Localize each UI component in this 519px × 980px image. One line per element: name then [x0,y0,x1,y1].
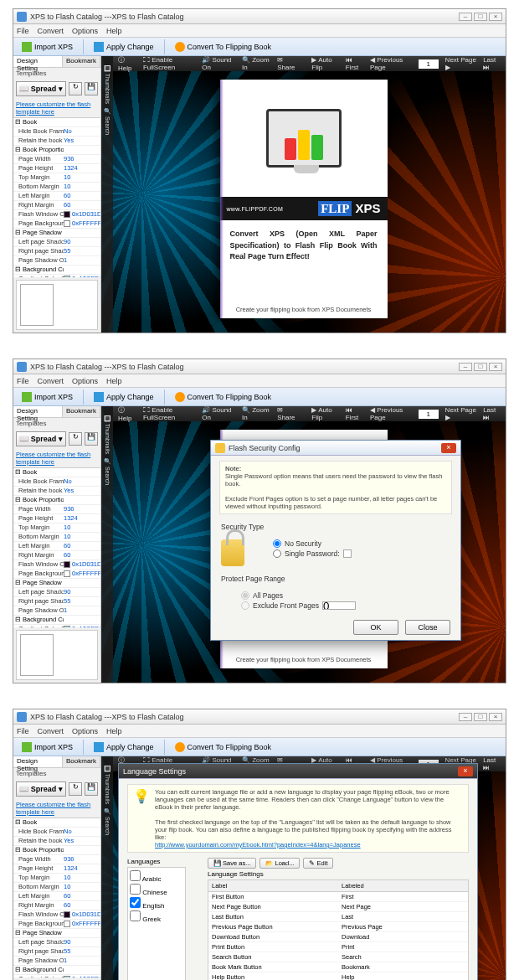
prop-row[interactable]: Page Background Color0xFFFFFF [13,920,100,929]
prop-row[interactable]: Page Shadow Opacity1 [13,256,100,266]
property-list[interactable]: ⊟ BookHide Book Frame BarNoRetain the bo… [13,467,100,627]
lang-row[interactable]: Next Page ButtonNext Page [208,902,468,912]
page-input[interactable] [419,410,439,419]
thumbnails-tab[interactable]: 🔳 Thumbnails [104,415,110,454]
tab-design-setting[interactable]: Design Setting [13,756,63,767]
menu-file[interactable]: File [17,27,29,35]
prop-row[interactable]: Right Margin60 [13,551,100,560]
prop-row[interactable]: Gradient Color A0xA3CFD1 [13,625,100,627]
prop-row[interactable]: Page Width936 [13,855,100,864]
prop-row[interactable]: Bottom Margin10 [13,533,100,542]
radio-no-security[interactable]: No Security [273,539,450,548]
prop-row[interactable]: Retain the book to centerYes [13,837,100,846]
prop-row[interactable]: Page Width936 [13,155,100,164]
prop-row[interactable]: Bottom Margin10 [13,883,100,892]
prop-group[interactable]: ⊟ Background Config [13,966,64,974]
menu-options[interactable]: Options [72,727,98,735]
menu-convert[interactable]: Convert [38,727,64,735]
tab-design-setting[interactable]: Design Setting [13,56,63,67]
prop-row[interactable]: Right page Shadow55 [13,247,100,256]
prev-button[interactable]: ◀ Previous Page [370,406,412,421]
prop-row[interactable]: Flash Window Color0x1D031D [13,910,100,920]
prop-row[interactable]: Right page Shadow55 [13,597,100,606]
exclude-pages-input[interactable] [322,601,356,610]
prop-row[interactable]: Gradient Color A0xA3CFD1 [13,975,100,977]
template-save-button[interactable]: 💾 [85,82,98,95]
template-refresh-button[interactable]: ↻ [69,82,82,95]
prop-row[interactable]: Left page Shadow90 [13,938,100,947]
share-button[interactable]: ✉ Share [277,406,298,421]
save-as-button[interactable]: 💾 Save as... [208,858,256,869]
next-button[interactable]: Next Page ▶ [445,406,477,421]
sound-button[interactable]: 🔊 Sound On [202,406,235,421]
template-save-button[interactable]: 💾 [85,432,98,446]
prop-row[interactable]: Top Margin10 [13,173,100,183]
edit-button[interactable]: ✎ Edit [303,858,333,869]
sound-button[interactable]: 🔊 Sound On [202,56,235,71]
close-button[interactable]: × [489,13,502,21]
prop-row[interactable]: Left page Shadow90 [13,238,100,247]
fullscreen-button[interactable]: ⛶ Enable FullScreen [143,56,195,71]
import-xps-button[interactable]: Import XPS [17,390,78,404]
lang-row[interactable]: First ButtonFirst [208,892,468,902]
menu-options[interactable]: Options [72,377,98,385]
prop-row[interactable]: Bottom Margin10 [13,183,100,192]
next-button[interactable]: Next Page ▶ [445,56,477,71]
password-input[interactable] [343,549,352,558]
first-button[interactable]: ⏮ First [346,406,363,421]
lang-option-arabic[interactable]: Arabic [130,870,183,883]
prop-row[interactable]: Page Height1324 [13,864,100,874]
language-list[interactable]: Arabic Chinese English Greek [127,867,186,980]
customize-link[interactable]: Please customize the flash template here [13,99,100,117]
prop-group[interactable]: ⊟ Page Shadow [13,579,64,587]
property-list[interactable]: ⊟ BookHide Book Frame BarNoRetain the bo… [13,117,100,277]
radio-all-pages[interactable]: All Pages [241,591,450,600]
menu-file[interactable]: File [17,377,29,385]
prop-row[interactable]: Left Margin60 [13,892,100,901]
apply-change-button[interactable]: Apply Change [89,740,159,754]
lang-option-greek[interactable]: Greek [130,910,183,923]
search-tab[interactable]: 🔍 Search [104,457,110,485]
menu-help[interactable]: Help [106,727,122,735]
prop-row[interactable]: Retain the book to centerYes [13,487,100,496]
lang-option-english[interactable]: English [130,897,183,910]
maximize-button[interactable]: □ [474,13,487,21]
menu-options[interactable]: Options [72,27,98,35]
prop-row[interactable]: Right Margin60 [13,901,100,910]
prop-row[interactable]: Left page Shadow90 [13,588,100,597]
last-button[interactable]: Last ⏭ [483,756,501,771]
template-refresh-button[interactable]: ↻ [69,432,82,446]
close-button-dialog[interactable]: Close [405,620,450,635]
page-input[interactable] [419,59,439,69]
tab-bookmark[interactable]: Bookmark [63,56,100,67]
zoom-button[interactable]: 🔍 Zoom In [242,406,270,421]
lang-row[interactable]: Search ButtonSearch [208,952,468,962]
close-button[interactable]: × [489,713,502,721]
convert-button[interactable]: Convert To Flipping Book [170,390,276,404]
lang-row[interactable]: Last ButtonLast [208,912,468,922]
search-tab[interactable]: 🔍 Search [104,107,110,135]
lang-row[interactable]: Book Mark ButtonBookmark [208,962,468,972]
template-refresh-button[interactable]: ↻ [69,782,82,796]
minimize-button[interactable]: – [459,13,472,21]
prop-group[interactable]: ⊟ Book [13,118,64,126]
ok-button[interactable]: OK [353,620,398,635]
autoflip-button[interactable]: ▶ Auto Flip [311,56,338,71]
search-tab[interactable]: 🔍 Search [104,807,110,835]
prop-row[interactable]: Top Margin10 [13,524,100,533]
prop-row[interactable]: Right Margin60 [13,201,100,210]
lang-row[interactable]: Help ButtonHelp [208,972,468,980]
menu-file[interactable]: File [17,727,29,735]
prop-group[interactable]: ⊟ Book Proportions [13,846,64,854]
import-xps-button[interactable]: Import XPS [17,40,78,54]
menu-convert[interactable]: Convert [38,27,64,35]
template-spread-button[interactable]: 📖 Spread ▾ [16,431,66,446]
last-button[interactable]: Last ⏭ [483,56,501,71]
share-button[interactable]: ✉ Share [277,56,298,71]
prop-row[interactable]: Retain the book to centerYes [13,137,100,146]
prop-group[interactable]: ⊟ Book Proportions [13,496,64,504]
lang-option-chinese[interactable]: Chinese [130,884,183,896]
flipbook-page[interactable]: www.FLIPPDF.COM FLIP XPS Convert XPS (Op… [220,80,388,318]
prop-row[interactable]: Hide Book Frame BarNo [13,477,100,487]
prop-row[interactable]: Top Margin10 [13,874,100,883]
